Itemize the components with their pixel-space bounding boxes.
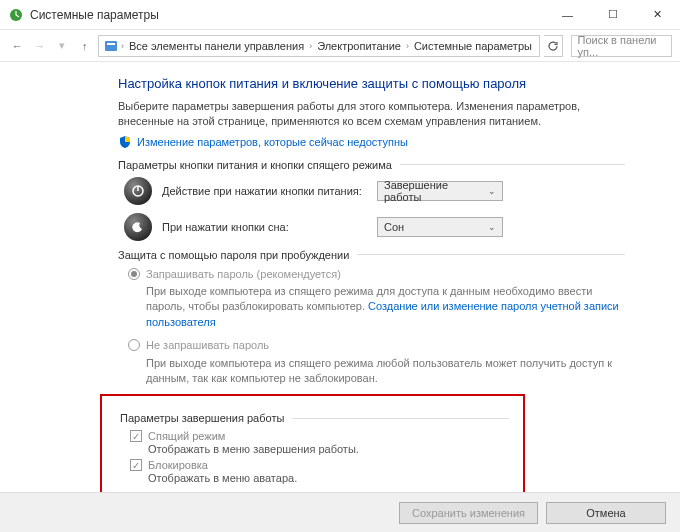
footer: Сохранить изменения Отмена bbox=[0, 492, 680, 532]
section-header-password: Защита с помощью пароля при пробуждении bbox=[118, 249, 625, 261]
cancel-button[interactable]: Отмена bbox=[546, 502, 666, 524]
app-icon bbox=[8, 7, 24, 23]
sleep-button-label: При нажатии кнопки сна: bbox=[162, 221, 367, 233]
breadcrumb[interactable]: › Все элементы панели управления › Элект… bbox=[98, 35, 540, 57]
admin-link-text: Изменение параметров, которые сейчас нед… bbox=[137, 136, 408, 148]
breadcrumb-item[interactable]: Все элементы панели управления bbox=[126, 40, 307, 52]
radio-icon bbox=[128, 339, 140, 351]
breadcrumb-item[interactable]: Электропитание bbox=[314, 40, 404, 52]
breadcrumb-item[interactable]: Системные параметры bbox=[411, 40, 535, 52]
chevron-down-icon: ⌄ bbox=[488, 222, 496, 232]
radio-require-password-desc: При выходе компьютера из спящего режима … bbox=[146, 284, 625, 330]
control-panel-icon bbox=[103, 38, 119, 54]
sleep-button-dropdown[interactable]: Сон⌄ bbox=[377, 217, 503, 237]
back-button[interactable]: ← bbox=[8, 35, 26, 57]
checkbox-lock[interactable]: ✓ Блокировка bbox=[130, 459, 509, 471]
radio-icon bbox=[128, 268, 140, 280]
close-button[interactable]: ✕ bbox=[635, 0, 680, 29]
section-header-buttons: Параметры кнопки питания и кнопки спящег… bbox=[118, 159, 625, 171]
shield-icon bbox=[118, 135, 132, 149]
navbar: ← → ▾ ↑ › Все элементы панели управления… bbox=[0, 30, 680, 62]
save-button[interactable]: Сохранить изменения bbox=[399, 502, 538, 524]
chevron-down-icon: ⌄ bbox=[488, 186, 496, 196]
page-title: Настройка кнопок питания и включение защ… bbox=[118, 76, 625, 91]
chevron-right-icon: › bbox=[406, 41, 409, 51]
search-input[interactable]: Поиск в панели уп... bbox=[571, 35, 672, 57]
sleep-icon bbox=[124, 213, 152, 241]
refresh-button[interactable] bbox=[544, 35, 563, 57]
intro-text: Выберите параметры завершения работы для… bbox=[118, 99, 625, 129]
power-icon bbox=[124, 177, 152, 205]
admin-link[interactable]: Изменение параметров, которые сейчас нед… bbox=[118, 135, 625, 149]
checkbox-sleep[interactable]: ✓ Спящий режим bbox=[130, 430, 509, 442]
content-area: Настройка кнопок питания и включение защ… bbox=[0, 62, 680, 492]
checkbox-sleep-desc: Отображать в меню завершения работы. bbox=[148, 443, 509, 455]
radio-no-password-desc: При выходе компьютера из спящего режима … bbox=[146, 356, 625, 387]
maximize-button[interactable]: ☐ bbox=[590, 0, 635, 29]
section-header-shutdown: Параметры завершения работы bbox=[120, 412, 509, 424]
recent-dropdown[interactable]: ▾ bbox=[53, 35, 71, 57]
checkbox-icon: ✓ bbox=[130, 430, 142, 442]
power-button-label: Действие при нажатии кнопки питания: bbox=[162, 185, 367, 197]
power-button-action-row: Действие при нажатии кнопки питания: Зав… bbox=[124, 177, 625, 205]
forward-button[interactable]: → bbox=[30, 35, 48, 57]
radio-no-password[interactable]: Не запрашивать пароль bbox=[128, 338, 625, 353]
svg-rect-2 bbox=[107, 43, 115, 45]
chevron-right-icon: › bbox=[309, 41, 312, 51]
up-button[interactable]: ↑ bbox=[75, 35, 93, 57]
radio-require-password[interactable]: Запрашивать пароль (рекомендуется) bbox=[128, 267, 625, 282]
window-title: Системные параметры bbox=[30, 8, 545, 22]
minimize-button[interactable]: — bbox=[545, 0, 590, 29]
svg-rect-1 bbox=[105, 41, 117, 51]
titlebar: Системные параметры — ☐ ✕ bbox=[0, 0, 680, 30]
checkbox-icon: ✓ bbox=[130, 459, 142, 471]
sleep-button-action-row: При нажатии кнопки сна: Сон⌄ bbox=[124, 213, 625, 241]
checkbox-lock-desc: Отображать в меню аватара. bbox=[148, 472, 509, 484]
chevron-right-icon: › bbox=[121, 41, 124, 51]
power-button-dropdown[interactable]: Завершение работы⌄ bbox=[377, 181, 503, 201]
highlighted-section: Параметры завершения работы ✓ Спящий реж… bbox=[100, 394, 525, 492]
